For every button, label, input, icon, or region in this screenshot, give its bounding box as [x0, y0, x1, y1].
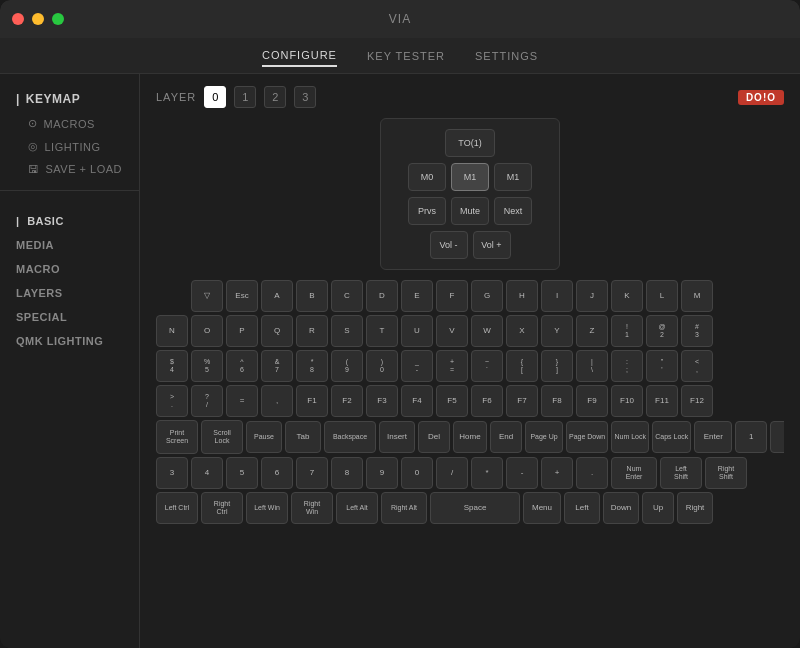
- key-a[interactable]: A: [261, 280, 293, 312]
- key-num0[interactable]: 0: [401, 457, 433, 489]
- key-q[interactable]: Q: [261, 315, 293, 347]
- sidebar-item-save-load[interactable]: 🖫 SAVE + LOAD: [0, 158, 139, 180]
- sidebar-item-basic[interactable]: | BASIC: [0, 209, 139, 233]
- key-caps-lock[interactable]: Caps Lock: [652, 421, 691, 453]
- key-u[interactable]: U: [401, 315, 433, 347]
- key-comma2[interactable]: ,: [261, 385, 293, 417]
- key-print-screen[interactable]: PrintScreen: [156, 420, 198, 454]
- key-f1[interactable]: F1: [296, 385, 328, 417]
- key-8[interactable]: * 8: [296, 350, 328, 382]
- key-num1[interactable]: 1: [735, 421, 767, 453]
- key-right-alt[interactable]: Right Alt: [381, 492, 427, 524]
- key-backslash[interactable]: | \: [576, 350, 608, 382]
- key-t[interactable]: T: [366, 315, 398, 347]
- key-comma[interactable]: < ,: [681, 350, 713, 382]
- key-f3[interactable]: F3: [366, 385, 398, 417]
- key-insert[interactable]: Insert: [379, 421, 415, 453]
- layer-btn-2[interactable]: 2: [264, 86, 286, 108]
- key-h[interactable]: H: [506, 280, 538, 312]
- key-del[interactable]: Del: [418, 421, 450, 453]
- key-f11[interactable]: F11: [646, 385, 678, 417]
- key-f9[interactable]: F9: [576, 385, 608, 417]
- key-l[interactable]: L: [646, 280, 678, 312]
- key-f4[interactable]: F4: [401, 385, 433, 417]
- key-grave[interactable]: ~ `: [471, 350, 503, 382]
- key-quote[interactable]: " ': [646, 350, 678, 382]
- key-vol-down[interactable]: Vol -: [430, 231, 468, 259]
- key-f10[interactable]: F10: [611, 385, 643, 417]
- key-y[interactable]: Y: [541, 315, 573, 347]
- key-s[interactable]: S: [331, 315, 363, 347]
- key-space[interactable]: Space: [430, 492, 520, 524]
- key-num-dot[interactable]: .: [576, 457, 608, 489]
- key-vol-up[interactable]: Vol +: [473, 231, 511, 259]
- key-num6[interactable]: 6: [261, 457, 293, 489]
- key-m0[interactable]: M0: [408, 163, 446, 191]
- key-page-down[interactable]: Page Down: [566, 421, 608, 453]
- key-c[interactable]: C: [331, 280, 363, 312]
- key-7[interactable]: & 7: [261, 350, 293, 382]
- key-r[interactable]: R: [296, 315, 328, 347]
- key-backspace[interactable]: Backspace: [324, 421, 376, 453]
- sidebar-item-qmk-lighting[interactable]: QMK LIGHTING: [0, 329, 139, 353]
- key-f5[interactable]: F5: [436, 385, 468, 417]
- key-4[interactable]: $ 4: [156, 350, 188, 382]
- key-9[interactable]: ( 9: [331, 350, 363, 382]
- minimize-button[interactable]: [32, 13, 44, 25]
- key-num3[interactable]: 3: [156, 457, 188, 489]
- key-right-win[interactable]: RightWin: [291, 492, 333, 524]
- key-n[interactable]: N: [156, 315, 188, 347]
- key-g[interactable]: G: [471, 280, 503, 312]
- key-eq2[interactable]: =: [226, 385, 258, 417]
- key-slash[interactable]: ? /: [191, 385, 223, 417]
- key-equals[interactable]: + =: [436, 350, 468, 382]
- key-d[interactable]: D: [366, 280, 398, 312]
- key-num-lock[interactable]: Num Lock: [611, 421, 649, 453]
- key-i[interactable]: I: [541, 280, 573, 312]
- sidebar-item-macro[interactable]: MACRO: [0, 257, 139, 281]
- key-menu[interactable]: Menu: [523, 492, 561, 524]
- sidebar-item-macros[interactable]: ⊙ MACROS: [0, 112, 139, 135]
- key-f7[interactable]: F7: [506, 385, 538, 417]
- key-right-shift[interactable]: RightShift: [705, 457, 747, 489]
- layer-btn-0[interactable]: 0: [204, 86, 226, 108]
- key-rbracket[interactable]: } ]: [541, 350, 573, 382]
- key-lbracket[interactable]: { [: [506, 350, 538, 382]
- key-f2[interactable]: F2: [331, 385, 363, 417]
- key-tab[interactable]: Tab: [285, 421, 321, 453]
- key-triangle[interactable]: ▽: [191, 280, 223, 312]
- key-b[interactable]: B: [296, 280, 328, 312]
- key-k[interactable]: K: [611, 280, 643, 312]
- key-x[interactable]: X: [506, 315, 538, 347]
- key-v[interactable]: V: [436, 315, 468, 347]
- key-num9[interactable]: 9: [366, 457, 398, 489]
- key-f6[interactable]: F6: [471, 385, 503, 417]
- key-p[interactable]: P: [226, 315, 258, 347]
- key-num4[interactable]: 4: [191, 457, 223, 489]
- key-minus[interactable]: _ -: [401, 350, 433, 382]
- tab-settings[interactable]: SETTINGS: [475, 46, 538, 66]
- key-e[interactable]: E: [401, 280, 433, 312]
- key-left-shift[interactable]: LeftShift: [660, 457, 702, 489]
- key-left[interactable]: Left: [564, 492, 600, 524]
- key-3[interactable]: # 3: [681, 315, 713, 347]
- key-right[interactable]: Right: [677, 492, 713, 524]
- key-page-up[interactable]: Page Up: [525, 421, 563, 453]
- key-down[interactable]: Down: [603, 492, 639, 524]
- sidebar-item-layers[interactable]: LAYERS: [0, 281, 139, 305]
- key-1[interactable]: ! 1: [611, 315, 643, 347]
- key-next[interactable]: Next: [494, 197, 532, 225]
- key-up[interactable]: Up: [642, 492, 674, 524]
- key-m[interactable]: M: [681, 280, 713, 312]
- key-num-div[interactable]: /: [436, 457, 468, 489]
- sidebar-item-lighting[interactable]: ◎ LIGHTING: [0, 135, 139, 158]
- key-o[interactable]: O: [191, 315, 223, 347]
- key-w[interactable]: W: [471, 315, 503, 347]
- sidebar-item-media[interactable]: MEDIA: [0, 233, 139, 257]
- key-left-ctrl[interactable]: Left Ctrl: [156, 492, 198, 524]
- maximize-button[interactable]: [52, 13, 64, 25]
- key-f12[interactable]: F12: [681, 385, 713, 417]
- key-pause[interactable]: Pause: [246, 421, 282, 453]
- key-end[interactable]: End: [490, 421, 522, 453]
- key-num7[interactable]: 7: [296, 457, 328, 489]
